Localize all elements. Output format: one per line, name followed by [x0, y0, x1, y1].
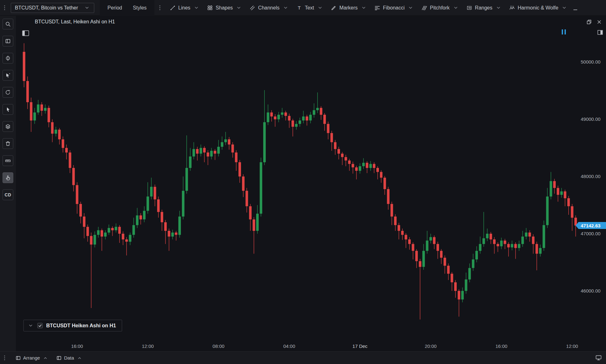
cursor-tool-button[interactable] — [3, 104, 13, 115]
time-axis[interactable]: 16:0012:0008:0004:0017 Dec20:0016:0012:0… — [16, 341, 606, 351]
arrange-button[interactable]: Arrange — [16, 355, 48, 361]
candle — [270, 110, 273, 121]
toolbar-collapse-icon[interactable] — [573, 5, 578, 11]
symbol-selector[interactable]: BTCUSDT, Bitcoin vs Tether — [11, 3, 94, 13]
magnet-icon — [5, 55, 11, 61]
tool-ranges-button[interactable]: Ranges — [464, 3, 504, 13]
candle — [514, 242, 517, 259]
candle — [125, 237, 128, 256]
channels-dropdown-chevron[interactable] — [282, 5, 289, 10]
candle — [263, 90, 266, 165]
styles-button[interactable]: Styles — [133, 5, 147, 11]
tool-markers-button[interactable]: Markers — [328, 3, 370, 13]
candle — [383, 176, 386, 195]
legend-label: BTCUSDT Heiken Ashi on H1 — [46, 323, 116, 329]
candle — [83, 213, 85, 238]
statusbar-drag-handle-icon[interactable] — [1, 355, 8, 360]
candle — [44, 104, 46, 114]
candle — [468, 263, 471, 282]
candle — [249, 204, 252, 231]
lines-dropdown-chevron[interactable] — [193, 5, 200, 10]
toolbar-drag-handle-icon[interactable] — [1, 5, 8, 10]
sync-button[interactable] — [3, 87, 13, 98]
candle — [34, 108, 36, 124]
tool-lines-button[interactable]: Lines — [167, 3, 202, 13]
cd-label: CD — [4, 192, 11, 197]
legend-checkbox[interactable] — [37, 323, 43, 328]
candle — [175, 231, 177, 241]
close-pane-icon[interactable] — [597, 19, 602, 25]
tool-shapes-button[interactable]: Shapes — [204, 3, 245, 13]
candle — [200, 145, 202, 157]
candle — [479, 237, 481, 254]
popout-pane-icon[interactable] — [586, 19, 592, 25]
harmonic-dropdown-chevron[interactable] — [561, 5, 567, 10]
candle — [521, 231, 524, 247]
candle — [104, 230, 107, 239]
shapes-dropdown-chevron[interactable] — [236, 5, 242, 10]
delete-drawings-button[interactable] — [3, 138, 13, 149]
data-button[interactable]: Data — [57, 355, 83, 361]
tools-drag-handle-icon[interactable] — [157, 5, 163, 10]
candle — [451, 272, 453, 291]
layers-button[interactable] — [3, 121, 13, 132]
candle — [51, 119, 53, 142]
tool-label: Text — [305, 5, 314, 11]
candle — [376, 166, 379, 180]
time-tick-label: 17 Dec — [352, 343, 368, 349]
search-button[interactable] — [3, 19, 13, 29]
candle — [334, 140, 337, 155]
candle — [369, 161, 372, 171]
period-button[interactable]: Period — [108, 5, 122, 11]
tool-channels-button[interactable]: Channels — [247, 3, 292, 13]
tool-pitchfork-button[interactable]: Pitchfork — [418, 3, 461, 13]
tool-fibonacci-button[interactable]: Fibonacci — [372, 3, 417, 13]
autoscroll-paused-icon[interactable] — [562, 29, 566, 34]
candle — [221, 137, 223, 150]
pitchfork-dropdown-chevron[interactable] — [453, 5, 459, 10]
price-axis[interactable]: 50000.0049000.0048000.0047000.0046000.00… — [578, 28, 606, 341]
chevron-down-icon — [84, 5, 90, 10]
candle — [76, 182, 78, 214]
candle — [415, 249, 418, 268]
magnet-mode-button[interactable] — [3, 53, 13, 64]
markers-dropdown-chevron[interactable] — [361, 5, 367, 10]
display-settings-icon[interactable] — [596, 355, 606, 361]
candle — [86, 225, 89, 242]
cd-mode-button[interactable]: CD — [3, 189, 13, 200]
candle — [274, 114, 276, 127]
tool-text-button[interactable]: T Text — [294, 3, 326, 13]
pane-split-icon[interactable] — [22, 30, 29, 36]
series-legend[interactable]: BTCUSDT Heiken Ashi on H1 — [23, 320, 122, 331]
measure-button[interactable] — [3, 155, 13, 166]
candle — [320, 106, 322, 120]
candle — [146, 182, 149, 214]
candle — [129, 232, 131, 245]
candle — [288, 114, 291, 128]
text-dropdown-chevron[interactable] — [317, 5, 323, 10]
candle — [260, 158, 262, 217]
candle — [461, 287, 464, 302]
pointer-mode-button[interactable] — [3, 172, 13, 183]
candle — [543, 220, 545, 251]
ranges-dropdown-chevron[interactable] — [495, 5, 502, 10]
ruler-icon — [5, 158, 11, 163]
candle — [69, 150, 71, 173]
time-tick-label: 12:00 — [142, 343, 154, 349]
time-tick-label: 16:00 — [496, 343, 508, 349]
maximize-pane-icon[interactable] — [597, 30, 603, 35]
layout-icon — [5, 38, 11, 44]
price-tag-arrow-icon — [576, 222, 578, 229]
candle — [362, 158, 365, 169]
candle — [62, 137, 64, 153]
candle — [355, 166, 358, 179]
chart-plot-area[interactable]: BTCUSDT Heiken Ashi on H1 — [16, 28, 578, 341]
top-toolbar: BTCUSDT, Bitcoin vs Tether Period Styles… — [0, 0, 606, 16]
snap-cursor-button[interactable] — [3, 70, 13, 81]
last-price-tag: 47142.63 — [576, 222, 606, 229]
candle — [422, 244, 425, 270]
pane-layout-button[interactable] — [3, 36, 13, 46]
legend-expand-chevron[interactable] — [28, 323, 34, 328]
fibonacci-dropdown-chevron[interactable] — [407, 5, 414, 10]
tool-harmonic-wolfe-button[interactable]: ABCD Harmonic & Wolfe — [506, 3, 571, 13]
